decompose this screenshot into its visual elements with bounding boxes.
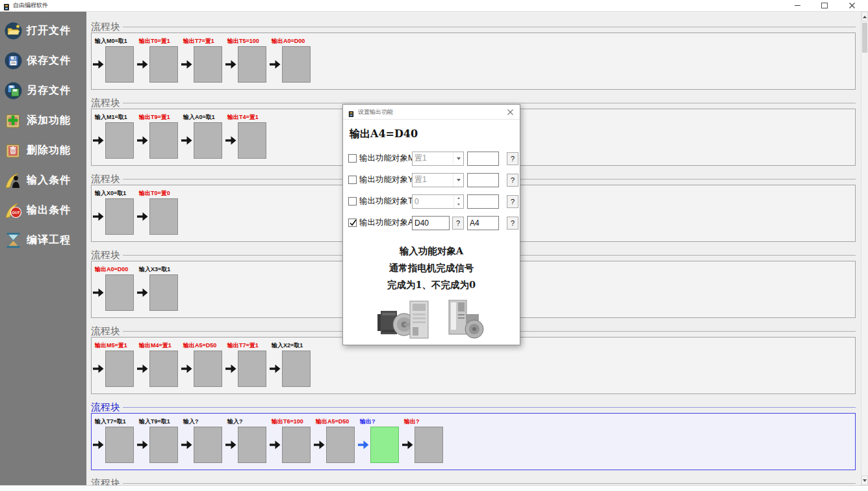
flow-block[interactable] xyxy=(149,427,178,463)
flow-block[interactable] xyxy=(194,351,222,387)
scroll-up-button[interactable] xyxy=(862,12,868,21)
t-help-button[interactable]: ? xyxy=(507,195,518,208)
sidebar-item-add-function[interactable]: 添加功能 xyxy=(0,105,86,135)
flow-block[interactable] xyxy=(149,274,178,311)
flow-block[interactable] xyxy=(105,427,134,463)
t-value: 0 xyxy=(413,197,453,206)
sidebar-item-input-condition[interactable]: 输入条件 xyxy=(0,165,86,195)
flow-block-active[interactable] xyxy=(370,427,399,463)
sidebar-item-save-file[interactable]: 保存文件 xyxy=(0,46,86,75)
flow-arrow-icon xyxy=(270,60,281,69)
dialog-images xyxy=(343,300,520,340)
a-value-input[interactable] xyxy=(412,216,450,230)
close-button[interactable] xyxy=(838,0,865,11)
flow-arrow-icon xyxy=(93,136,104,145)
flow-block[interactable] xyxy=(282,351,311,387)
flow-block[interactable] xyxy=(238,46,266,83)
flow-block[interactable] xyxy=(194,46,222,83)
flow-arrow-icon xyxy=(93,440,104,449)
y-help-button[interactable]: ? xyxy=(507,174,518,187)
y-extra-input[interactable] xyxy=(467,173,499,187)
sidebar-item-save-as-file[interactable]: 另存文件 xyxy=(0,75,86,105)
m-extra-input[interactable] xyxy=(467,152,499,166)
flow-unit: 输入? xyxy=(225,418,270,470)
flow-block[interactable] xyxy=(326,427,355,463)
sidebar-item-compile-project[interactable]: 编译工程 xyxy=(0,225,86,255)
flow-unit: 输入X3=取1 xyxy=(137,265,181,317)
spinner-buttons[interactable] xyxy=(453,195,463,208)
chevron-down-icon[interactable] xyxy=(453,174,463,187)
flow-block[interactable] xyxy=(194,122,222,159)
flow-row-box[interactable]: 输入T7=取1输入T9=取1输入?输入?输出T6=100输出A5=D50输出?输… xyxy=(91,413,856,470)
dialog-close-button[interactable] xyxy=(505,107,515,117)
dialog-heading: 输出A4=D40 xyxy=(350,127,520,141)
dialog-row-y: 输出功能对象Y 置1 ? xyxy=(343,169,520,191)
a-help-button-2[interactable]: ? xyxy=(507,217,518,230)
flow-arrow-icon xyxy=(402,440,413,449)
t-value-spinner[interactable]: 0 xyxy=(412,194,464,209)
block-label: 输入? xyxy=(227,418,270,425)
flow-block[interactable] xyxy=(194,427,222,463)
input-condition-icon xyxy=(5,172,22,189)
flow-unit: 输入X0=取1 xyxy=(93,189,137,241)
block-label: 输出T9=置1 xyxy=(139,113,181,121)
flow-block[interactable] xyxy=(415,427,443,463)
flow-block[interactable] xyxy=(105,198,134,235)
checkbox-y[interactable] xyxy=(348,176,357,184)
window-titlebar[interactable]: 自由编程软件 xyxy=(0,0,868,12)
sidebar-item-label: 编译工程 xyxy=(27,233,71,247)
a-target-input[interactable] xyxy=(467,216,499,230)
block-label: 输出M4=置1 xyxy=(139,341,181,349)
checkbox-m[interactable] xyxy=(348,154,357,163)
a-help-button-1[interactable]: ? xyxy=(452,217,464,230)
flow-block[interactable] xyxy=(149,198,178,235)
flow-block[interactable] xyxy=(105,46,134,83)
chevron-down-icon[interactable] xyxy=(453,152,463,165)
t-extra-input[interactable] xyxy=(467,194,499,209)
flow-unit: 输出A5=D50 xyxy=(181,341,225,393)
m-help-button[interactable]: ? xyxy=(507,152,518,165)
help-line: 完成为1、不完成为0 xyxy=(343,276,520,293)
flow-block[interactable] xyxy=(149,351,178,387)
flow-arrow-icon xyxy=(181,60,192,69)
dialog-help-text: 输入功能对象A 通常指电机完成信号 完成为1、不完成为0 xyxy=(343,243,520,293)
y-value-select[interactable]: 置1 xyxy=(412,173,464,187)
sidebar-item-open-file[interactable]: 打开文件 xyxy=(0,16,86,46)
sidebar-item-label: 删除功能 xyxy=(27,144,71,157)
sidebar-item-delete-function[interactable]: 删除功能 xyxy=(0,135,86,165)
flow-row-title: 流程块 xyxy=(91,97,120,109)
checkbox-a[interactable] xyxy=(348,219,357,227)
flow-unit: 输出T4=置1 xyxy=(225,113,270,165)
minimize-button[interactable] xyxy=(784,0,811,11)
sidebar-item-output-condition[interactable]: OUT输出条件 xyxy=(0,195,86,225)
flow-block[interactable] xyxy=(282,46,311,83)
vertical-scrollbar[interactable] xyxy=(861,12,868,485)
flow-block[interactable] xyxy=(105,274,134,311)
sidebar-item-label: 另存文件 xyxy=(27,84,71,98)
flow-block[interactable] xyxy=(238,122,266,159)
flow-block[interactable] xyxy=(238,427,266,463)
checkbox-t[interactable] xyxy=(348,197,357,206)
flow-block[interactable] xyxy=(238,351,266,387)
flow-block[interactable] xyxy=(282,427,311,463)
spin-down-icon[interactable] xyxy=(454,202,463,208)
flow-row-box[interactable]: 输出M5=置1输出M4=置1输出A5=D50输出T7=置1输入X2=取1 xyxy=(91,337,856,394)
maximize-button[interactable] xyxy=(811,0,838,11)
row-a-label: 输出功能对象A xyxy=(359,217,412,228)
dialog-titlebar[interactable]: 设置输出功能 xyxy=(343,105,520,120)
help-line: 输入功能对象A xyxy=(343,243,520,259)
flow-block[interactable] xyxy=(149,122,178,159)
flow-row-title: 流程块 xyxy=(91,173,120,185)
block-label: 输入M1=取1 xyxy=(95,113,137,121)
scrollbar-thumb[interactable] xyxy=(862,23,867,53)
flow-row-box[interactable]: 输入M0=取1输出T0=置1输出T7=置1输出T5=100输出A0=D00 xyxy=(91,33,856,90)
flow-row-header: 流程块 xyxy=(91,21,856,33)
flow-block[interactable] xyxy=(105,351,134,387)
flow-block[interactable] xyxy=(149,46,178,83)
flow-block[interactable] xyxy=(105,122,134,159)
scroll-down-button[interactable] xyxy=(862,475,868,485)
spin-up-icon[interactable] xyxy=(454,195,463,202)
m-value-select[interactable]: 置1 xyxy=(412,152,464,166)
flow-arrow-icon xyxy=(93,212,104,221)
block-label: 输出T0=置1 xyxy=(139,37,181,45)
